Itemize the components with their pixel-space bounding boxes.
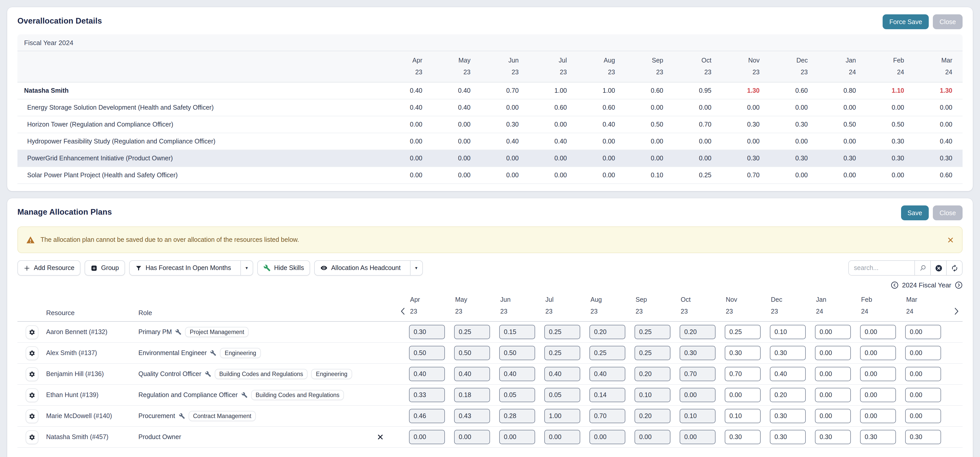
allocation-input[interactable] xyxy=(589,388,625,402)
settings-button[interactable] xyxy=(25,388,38,402)
allocation-input[interactable] xyxy=(409,409,445,423)
overallocation-row[interactable]: Energy Storage Solution Development (Hea… xyxy=(18,99,963,116)
settings-button[interactable] xyxy=(25,367,38,381)
allocation-input[interactable] xyxy=(589,409,625,423)
allocation-input[interactable] xyxy=(409,430,445,444)
allocation-input[interactable] xyxy=(409,346,445,360)
forecast-filter-button[interactable]: Has Forecast In Open Months xyxy=(130,261,237,275)
allocation-input[interactable] xyxy=(815,409,851,423)
allocation-input[interactable] xyxy=(815,367,851,381)
clear-search-button[interactable] xyxy=(930,261,946,275)
allocation-input[interactable] xyxy=(499,388,535,402)
allocation-input[interactable] xyxy=(815,346,851,360)
close-button[interactable]: Close xyxy=(933,205,963,220)
allocation-input[interactable] xyxy=(725,367,760,381)
allocation-input[interactable] xyxy=(860,367,896,381)
allocation-input[interactable] xyxy=(770,346,806,360)
overallocation-row[interactable]: Hydropower Feasibility Study (Regulation… xyxy=(18,133,963,150)
allocation-input[interactable] xyxy=(679,388,716,402)
allocation-input[interactable] xyxy=(589,325,625,339)
remove-resource-button[interactable] xyxy=(377,434,383,440)
forecast-filter-caret[interactable]: ▾ xyxy=(240,261,253,275)
settings-button[interactable] xyxy=(25,430,38,444)
allocation-input[interactable] xyxy=(499,430,535,444)
overallocation-row[interactable]: Solar Power Plant Project (Health and Sa… xyxy=(18,167,963,184)
force-save-button[interactable]: Force Save xyxy=(883,14,929,29)
allocation-input[interactable] xyxy=(499,409,535,423)
settings-button[interactable] xyxy=(25,409,38,423)
allocation-input[interactable] xyxy=(544,367,580,381)
allocation-input[interactable] xyxy=(679,346,716,360)
next-months-chevron[interactable] xyxy=(950,308,963,321)
allocation-input[interactable] xyxy=(589,430,625,444)
refresh-button[interactable] xyxy=(946,261,962,275)
allocation-input[interactable] xyxy=(815,325,851,339)
allocation-input[interactable] xyxy=(635,367,670,381)
allocation-input[interactable] xyxy=(815,430,851,444)
allocation-input[interactable] xyxy=(544,430,580,444)
add-resource-button[interactable]: Add Resource xyxy=(18,260,81,276)
search-button[interactable] xyxy=(915,261,930,275)
allocation-input[interactable] xyxy=(725,388,760,402)
allocation-input[interactable] xyxy=(679,325,716,339)
allocation-input[interactable] xyxy=(860,430,896,444)
allocation-input[interactable] xyxy=(454,367,490,381)
allocation-input[interactable] xyxy=(679,430,716,444)
warning-close-icon[interactable] xyxy=(947,236,954,243)
overallocation-row[interactable]: PowerGrid Enhancement Initiative (Produc… xyxy=(18,150,963,167)
prev-months-chevron[interactable] xyxy=(397,308,409,321)
allocation-input[interactable] xyxy=(409,388,445,402)
allocation-input[interactable] xyxy=(770,409,806,423)
overallocation-row[interactable]: Horizon Tower (Regulation and Compliance… xyxy=(18,116,963,133)
allocation-input[interactable] xyxy=(499,325,535,339)
allocation-input[interactable] xyxy=(770,388,806,402)
allocation-input[interactable] xyxy=(905,346,941,360)
hide-skills-button[interactable]: Hide Skills xyxy=(257,260,310,276)
allocation-input[interactable] xyxy=(544,346,580,360)
allocation-input[interactable] xyxy=(905,367,941,381)
allocation-input[interactable] xyxy=(454,346,490,360)
save-button[interactable]: Save xyxy=(901,205,929,220)
allocation-input[interactable] xyxy=(905,388,941,402)
allocation-input[interactable] xyxy=(635,325,670,339)
allocation-input[interactable] xyxy=(454,325,490,339)
allocation-input[interactable] xyxy=(499,367,535,381)
allocation-input[interactable] xyxy=(589,346,625,360)
allocation-input[interactable] xyxy=(635,409,670,423)
allocation-input[interactable] xyxy=(860,325,896,339)
allocation-input[interactable] xyxy=(454,388,490,402)
allocation-input[interactable] xyxy=(725,325,760,339)
allocation-input[interactable] xyxy=(679,409,716,423)
allocation-input[interactable] xyxy=(860,388,896,402)
allocation-input[interactable] xyxy=(770,367,806,381)
allocation-input[interactable] xyxy=(454,430,490,444)
allocation-input[interactable] xyxy=(454,409,490,423)
settings-button[interactable] xyxy=(25,325,38,339)
fiscal-next-button[interactable] xyxy=(955,281,963,289)
allocation-input[interactable] xyxy=(860,346,896,360)
settings-button[interactable] xyxy=(25,346,38,360)
allocation-input[interactable] xyxy=(499,346,535,360)
allocation-input[interactable] xyxy=(725,409,760,423)
allocation-input[interactable] xyxy=(815,388,851,402)
allocation-input[interactable] xyxy=(679,367,716,381)
allocation-input[interactable] xyxy=(635,388,670,402)
allocation-input[interactable] xyxy=(860,409,896,423)
close-button[interactable]: Close xyxy=(933,14,963,29)
allocation-headcount-caret[interactable]: ▾ xyxy=(410,261,422,275)
fiscal-prev-button[interactable] xyxy=(891,281,899,289)
group-button[interactable]: Group xyxy=(84,260,125,276)
allocation-input[interactable] xyxy=(409,367,445,381)
allocation-input[interactable] xyxy=(725,346,760,360)
allocation-input[interactable] xyxy=(770,325,806,339)
search-input[interactable] xyxy=(849,261,915,275)
allocation-input[interactable] xyxy=(589,367,625,381)
allocation-input[interactable] xyxy=(409,325,445,339)
allocation-input[interactable] xyxy=(770,430,806,444)
allocation-input[interactable] xyxy=(905,430,941,444)
allocation-as-headcount-button[interactable]: Allocation As Headcount xyxy=(315,261,406,275)
allocation-input[interactable] xyxy=(635,430,670,444)
allocation-input[interactable] xyxy=(725,430,760,444)
allocation-input[interactable] xyxy=(544,388,580,402)
allocation-input[interactable] xyxy=(905,325,941,339)
